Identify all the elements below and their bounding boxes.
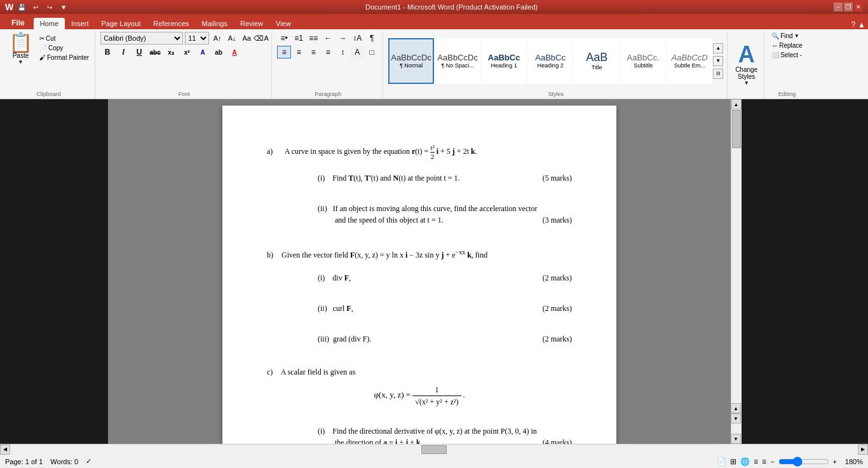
scroll-left-arrow[interactable]: ◀ xyxy=(0,444,10,455)
clear-format-button[interactable]: ⌫A xyxy=(255,32,268,45)
style-heading1[interactable]: AaBbCc Heading 1 xyxy=(481,38,527,84)
scroll-up-arrow[interactable]: ▲ xyxy=(731,99,742,109)
font-name-select[interactable]: Calibri (Body) xyxy=(100,32,183,45)
spell-check-icon[interactable]: ✓ xyxy=(86,457,92,465)
view-draft-icon[interactable]: ≡ xyxy=(762,457,766,466)
replace-button[interactable]: ↔ Replace xyxy=(770,41,804,50)
tab-review[interactable]: Review xyxy=(234,18,269,29)
show-marks-button[interactable]: ¶ xyxy=(365,32,379,45)
paste-button[interactable]: 📋 Paste ▼ xyxy=(6,32,35,66)
copy-button[interactable]: 📄 Copy xyxy=(37,44,91,52)
styles-scroll-down[interactable]: ▼ xyxy=(713,56,723,66)
font-group: Calibri (Body) 11 A↑ A↓ Aa ⌫A B I U abc … xyxy=(97,31,272,99)
italic-button[interactable]: I xyxy=(116,46,130,59)
styles-scroll-up[interactable]: ▲ xyxy=(713,43,723,53)
styles-scroll-more[interactable]: ⊟ xyxy=(713,69,723,79)
tab-references[interactable]: References xyxy=(147,18,195,29)
sort-button[interactable]: ↕A xyxy=(350,32,364,45)
align-right-button[interactable]: ≡ xyxy=(306,46,320,59)
zoom-level[interactable]: 180% xyxy=(841,458,863,465)
shading-button[interactable]: A xyxy=(350,46,364,59)
underline-button[interactable]: U xyxy=(132,46,146,59)
styles-scroll: ▲ ▼ ⊟ xyxy=(713,43,723,79)
style-subtle-em[interactable]: AaBbCcD Subtle Em... xyxy=(667,38,712,84)
style-subtitle[interactable]: AaBbCc. Subtitle xyxy=(620,38,666,84)
format-painter-button[interactable]: 🖌 Format Painter xyxy=(37,53,91,62)
close-button[interactable]: ✕ xyxy=(854,3,863,11)
question-a-ii-text: (ii) If an object is moving along this c… xyxy=(318,203,572,226)
style-heading2[interactable]: AaBbCc Heading 2 xyxy=(527,38,573,84)
numbering-button[interactable]: ≡1 xyxy=(292,32,306,45)
cut-button[interactable]: ✂ Cut xyxy=(37,34,91,43)
align-left-button[interactable]: ≡ xyxy=(277,46,291,59)
tab-page-layout[interactable]: Page Layout xyxy=(95,18,147,29)
scroll-bottom-up[interactable]: ▲ xyxy=(731,403,741,413)
quick-access-redo[interactable]: ↪ xyxy=(44,1,55,13)
text-effects-button[interactable]: A xyxy=(196,46,210,59)
document-page[interactable]: a) A curve in space is given by the equa… xyxy=(222,106,616,444)
minimize-button[interactable]: – xyxy=(834,3,843,11)
style-no-spacing[interactable]: AaBbCcDc ¶ No Spaci... xyxy=(435,38,480,84)
find-button[interactable]: 🔍 Find ▼ xyxy=(770,32,801,40)
view-web-icon[interactable]: 🌐 xyxy=(740,457,750,466)
bold-button[interactable]: B xyxy=(100,46,114,59)
word-icon: W xyxy=(5,2,13,12)
question-b-ii-marks: (2 marks) xyxy=(543,303,572,314)
font-size-select[interactable]: 11 xyxy=(185,32,209,45)
line-spacing-button[interactable]: ↕ xyxy=(336,46,349,59)
change-styles-button[interactable]: A Change Styles ▼ xyxy=(733,41,760,88)
ribbon-collapse-icon[interactable]: ▲ xyxy=(858,20,865,29)
view-print-icon[interactable]: 📄 xyxy=(717,457,726,466)
view-outline-icon[interactable]: ≡ xyxy=(754,457,758,466)
style-heading2-label: Heading 2 xyxy=(538,62,564,69)
decrease-indent-button[interactable]: ← xyxy=(321,32,335,45)
tab-file[interactable]: File xyxy=(3,17,34,29)
tab-mailings[interactable]: Mailings xyxy=(196,18,234,29)
tab-view[interactable]: View xyxy=(269,18,297,29)
change-styles-dropdown-icon[interactable]: ▼ xyxy=(744,80,749,86)
borders-button[interactable]: □ xyxy=(365,46,379,59)
find-dropdown-icon[interactable]: ▼ xyxy=(794,33,799,39)
subscript-button[interactable]: x₂ xyxy=(164,46,178,59)
cut-icon: ✂ xyxy=(39,35,44,42)
zoom-plus-button[interactable]: + xyxy=(833,458,837,465)
view-fullscreen-icon[interactable]: ⊞ xyxy=(730,457,736,466)
title-bar-left: W 💾 ↩ ↪ ▼ xyxy=(5,1,69,13)
scroll-down-arrow[interactable]: ▼ xyxy=(731,434,741,444)
quick-access-customize[interactable]: ▼ xyxy=(58,1,69,13)
quick-access-undo[interactable]: ↩ xyxy=(30,1,41,13)
tab-home[interactable]: Home xyxy=(34,18,65,29)
status-bar: Page: 1 of 1 Words: 0 ✓ 📄 ⊞ 🌐 ≡ ≡ − + 18… xyxy=(0,454,868,468)
font-color-button[interactable]: A xyxy=(227,46,241,59)
paste-icon: 📋 xyxy=(9,33,32,52)
scroll-right-arrow[interactable]: ▶ xyxy=(858,444,868,455)
select-button[interactable]: ⬜ Select - xyxy=(770,51,804,59)
h-scroll-thumb[interactable] xyxy=(421,445,447,454)
text-highlight-button[interactable]: ab xyxy=(212,46,226,59)
quick-access-save[interactable]: 💾 xyxy=(16,1,27,13)
find-icon: 🔍 xyxy=(771,32,779,39)
page-count: Page: 1 of 1 xyxy=(5,458,43,465)
justify-button[interactable]: ≡ xyxy=(321,46,335,59)
superscript-button[interactable]: x² xyxy=(180,46,194,59)
question-b-ii: (ii) curl F, (2 marks) xyxy=(305,303,572,314)
multilevel-button[interactable]: ≡≡ xyxy=(306,32,320,45)
restore-button[interactable]: ❐ xyxy=(844,3,853,11)
zoom-slider[interactable] xyxy=(778,457,829,467)
replace-icon: ↔ xyxy=(771,42,778,49)
ribbon-help-icon[interactable]: ? xyxy=(851,20,855,29)
style-normal[interactable]: AaBbCcDc ¶ Normal xyxy=(388,38,434,84)
decrease-font-button[interactable]: A↓ xyxy=(226,32,238,45)
style-title[interactable]: AaB Title xyxy=(574,38,620,84)
increase-indent-button[interactable]: → xyxy=(336,32,349,45)
tab-insert[interactable]: Insert xyxy=(65,18,95,29)
bullets-button[interactable]: ≡• xyxy=(277,32,291,45)
paste-dropdown-icon[interactable]: ▼ xyxy=(18,59,24,65)
strikethrough-button[interactable]: abc xyxy=(148,46,162,59)
increase-font-button[interactable]: A↑ xyxy=(211,32,224,45)
scroll-bottom-down[interactable]: ▼ xyxy=(731,413,741,423)
change-case-button[interactable]: Aa xyxy=(240,32,253,45)
scroll-thumb[interactable] xyxy=(732,110,741,148)
zoom-minus-button[interactable]: − xyxy=(770,458,774,465)
align-center-button[interactable]: ≡ xyxy=(292,46,306,59)
